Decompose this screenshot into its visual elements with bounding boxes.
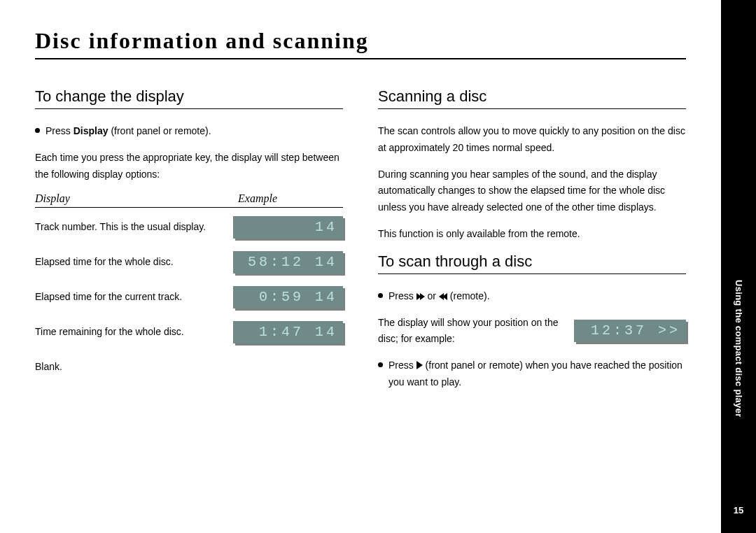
page-title: Disc information and scanning bbox=[35, 28, 686, 59]
right-column: Scanning a disc The scan controls allow … bbox=[378, 87, 686, 401]
col-header-display: Display bbox=[35, 192, 238, 205]
table-row: Elapsed time for the current track. 0:59… bbox=[35, 286, 343, 308]
left-column: To change the display Press Display (fro… bbox=[35, 87, 343, 401]
inline-lcd-row: The display will show your position on t… bbox=[378, 315, 686, 348]
table-header: Display Example bbox=[35, 192, 343, 208]
lcd-display: 12:37 >> bbox=[574, 320, 686, 342]
heading-scanning-disc: Scanning a disc bbox=[378, 87, 686, 109]
row-desc: Time remaining for the whole disc. bbox=[35, 321, 233, 339]
text: Press bbox=[388, 360, 416, 371]
heading-change-display: To change the display bbox=[35, 87, 343, 109]
row-desc: Elapsed time for the current track. bbox=[35, 286, 233, 304]
fast-forward-icon bbox=[420, 293, 425, 300]
text: or bbox=[428, 290, 439, 301]
bullet-press-scan: Press or (remote). bbox=[378, 288, 686, 305]
paragraph: The scan controls allow you to move quic… bbox=[378, 123, 686, 157]
heading-scan-through: To scan through a disc bbox=[378, 253, 686, 274]
text: (front panel or remote) when you have re… bbox=[388, 360, 682, 388]
paragraph: This function is only available from the… bbox=[378, 226, 686, 243]
row-desc: Track number. This is the usual display. bbox=[35, 216, 233, 234]
rewind-icon bbox=[442, 293, 447, 300]
sidebar: Using the compact disc player 15 bbox=[721, 0, 756, 533]
lcd-display: 1:47 14 bbox=[233, 321, 343, 343]
text: Press bbox=[388, 290, 416, 301]
paragraph: Each time you press the appropriate key,… bbox=[35, 150, 343, 183]
text: (remote). bbox=[450, 290, 490, 301]
display-button-label: Display bbox=[74, 125, 108, 136]
table-row: Blank. bbox=[35, 356, 343, 374]
bullet-press-display: Press Display (front panel or remote). bbox=[35, 123, 343, 140]
page-number: 15 bbox=[734, 505, 743, 516]
table-row: Time remaining for the whole disc. 1:47 … bbox=[35, 321, 343, 343]
paragraph: During scanning you hear samples of the … bbox=[378, 166, 686, 216]
bullet-icon bbox=[378, 293, 383, 298]
play-icon bbox=[416, 361, 423, 369]
chapter-label: Using the compact disc player bbox=[734, 280, 744, 418]
bullet-icon bbox=[35, 128, 40, 133]
lcd-display: 58:12 14 bbox=[233, 251, 343, 273]
col-header-example: Example bbox=[238, 192, 343, 205]
table-row: Elapsed time for the whole disc. 58:12 1… bbox=[35, 251, 343, 273]
text: Press bbox=[46, 125, 74, 136]
row-desc: Blank. bbox=[35, 356, 238, 374]
bullet-press-play: Press (front panel or remote) when you h… bbox=[378, 357, 686, 391]
row-desc: Elapsed time for the whole disc. bbox=[35, 251, 233, 269]
lcd-display: 0:59 14 bbox=[233, 286, 343, 308]
lcd-display: 14 bbox=[233, 216, 343, 239]
table-row: Track number. This is the usual display.… bbox=[35, 216, 343, 239]
text: The display will show your position on t… bbox=[378, 315, 574, 348]
bullet-icon bbox=[378, 362, 383, 367]
text: (front panel or remote). bbox=[108, 125, 211, 136]
